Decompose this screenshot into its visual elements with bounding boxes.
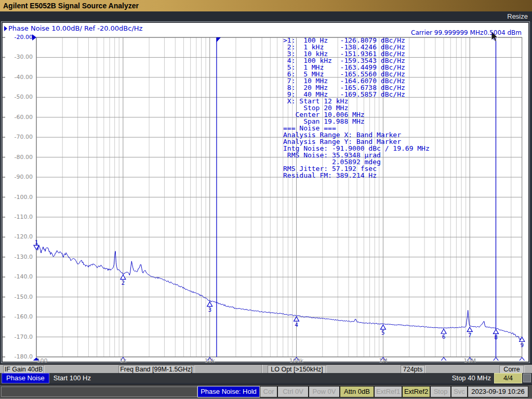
svg-text:3: 3 <box>208 307 211 313</box>
y-axis-label: -20.00 <box>3 34 33 41</box>
svg-text:6: 6 <box>442 334 446 340</box>
axis-marker-9[interactable] <box>519 357 525 361</box>
marker-readout: >1: 100 Hz -126.8079 dBc/Hz 2: 1 kHz -13… <box>283 37 430 179</box>
y-axis-label: -180.0 <box>3 353 33 360</box>
graph-panel: 1 2 3 4 5 6 7 8 9 Phase Noise 10.00dB/ R… <box>2 22 529 363</box>
window-title: Agilent E5052B Signal Source Analyzer <box>3 2 139 10</box>
y-axis-label: -80.00 <box>3 154 33 161</box>
statusbar-cell-stop: Stop <box>430 386 451 397</box>
statusbar-cell-attn-0db: Attn 0dB <box>340 386 374 397</box>
resize-button[interactable]: Resize <box>507 12 528 20</box>
statusbar-cell-2023-09-19-10-26: 2023-09-19 10:26 <box>468 386 528 397</box>
statusbar-cell-cor: Cor <box>260 386 277 397</box>
axis-marker-6[interactable] <box>441 357 447 361</box>
measurement-status-bar: IF Gain 40dBFreq Band [99M-1.5GHz]LO Opt… <box>0 364 532 374</box>
y-axis-label: -170.0 <box>3 334 33 340</box>
trace-label: Phase Noise 10.00dB/ Ref -20.00dBc/Hz <box>4 24 142 32</box>
trace-marker-4[interactable]: 4 <box>294 317 299 328</box>
statusbar-cell-phase-noise-hold: Phase Noise: Hold <box>197 386 260 397</box>
trace-arrow-icon <box>4 26 7 31</box>
svg-text:8: 8 <box>494 334 498 341</box>
instrument-status-bar: Phase Noise: HoldCorCtrl 0VPow 0VAttn 0d… <box>0 384 532 398</box>
menu-bar: Resize <box>0 11 532 22</box>
y-axis-label: -140.0 <box>3 273 33 280</box>
statusbar-cell-pow-0v: Pow 0V <box>309 386 340 397</box>
statusbar-cell-svc: Svc <box>451 386 468 397</box>
svg-text:4: 4 <box>295 322 298 328</box>
y-axis-label: -120.0 <box>3 233 33 240</box>
statusbar-cell-extref2: ExtRef2 <box>402 386 430 397</box>
y-axis-label: -130.0 <box>3 254 33 260</box>
message-area <box>1 387 197 397</box>
trace-page-indicator[interactable]: 4/4 <box>494 373 522 383</box>
trace-tab-bar: Phase Noise Start 100 Hz Stop 40 MHz 4/4 <box>0 373 532 383</box>
y-axis-label: -150.0 <box>3 294 33 300</box>
y-axis-label: -110.0 <box>3 214 33 220</box>
svg-text:1: 1 <box>35 239 38 246</box>
title-bar: Agilent E5052B Signal Source Analyzer <box>0 0 532 11</box>
trace-marker-3[interactable]: 3 <box>207 302 212 313</box>
svg-text:2: 2 <box>122 280 125 286</box>
svg-text:7: 7 <box>468 332 472 339</box>
phase-noise-trace <box>36 241 522 341</box>
trace-marker-6[interactable]: 6 <box>441 329 446 340</box>
ref-level-arrow-icon <box>32 34 36 41</box>
trace-page-button[interactable] <box>523 374 531 382</box>
trace-marker-8[interactable]: 8 <box>493 329 498 341</box>
phase-noise-plot: 1 2 3 4 5 6 7 8 9 <box>3 23 528 361</box>
start-frequency-label: Start 100 Hz <box>54 374 91 382</box>
y-axis-label: -50.00 <box>3 94 33 100</box>
y-axis-label: -70.00 <box>3 134 33 140</box>
readout-line: Residual FM: 389.214 Hz <box>283 172 430 179</box>
y-axis-label: -160.0 <box>3 313 33 320</box>
carrier-frequency: Carrier 99.999999 MHz <box>411 29 483 36</box>
trace-marker-5[interactable]: 5 <box>380 325 385 336</box>
trace-label-text: Phase Noise 10.00dB/ Ref -20.00dBc/Hz <box>8 24 142 32</box>
carrier-power: 0.5004 dBm <box>484 29 522 36</box>
phase-noise-tab[interactable]: Phase Noise <box>2 373 49 383</box>
y-axis-label: -100.0 <box>3 194 33 201</box>
y-axis-label: -60.00 <box>3 114 33 121</box>
statusbar-cell-extref1: ExtRef1 <box>374 386 402 397</box>
trace-marker-2[interactable]: 2 <box>121 275 126 286</box>
svg-text:9: 9 <box>520 342 524 349</box>
y-axis-label: -90.00 <box>3 174 33 180</box>
y-axis-label: -40.00 <box>3 74 33 81</box>
app-window: Agilent E5052B Signal Source Analyzer Re… <box>0 0 532 399</box>
svg-text:5: 5 <box>381 329 385 336</box>
statusbar-cell-ctrl-0v: Ctrl 0V <box>277 386 309 397</box>
graph-content: 1 2 3 4 5 6 7 8 9 Phase Noise 10.00dB/ R… <box>3 23 528 361</box>
y-axis-label: -30.00 <box>3 54 33 60</box>
stop-frequency-label: Stop 40 MHz <box>452 374 491 382</box>
axis-marker-8[interactable] <box>493 357 499 361</box>
